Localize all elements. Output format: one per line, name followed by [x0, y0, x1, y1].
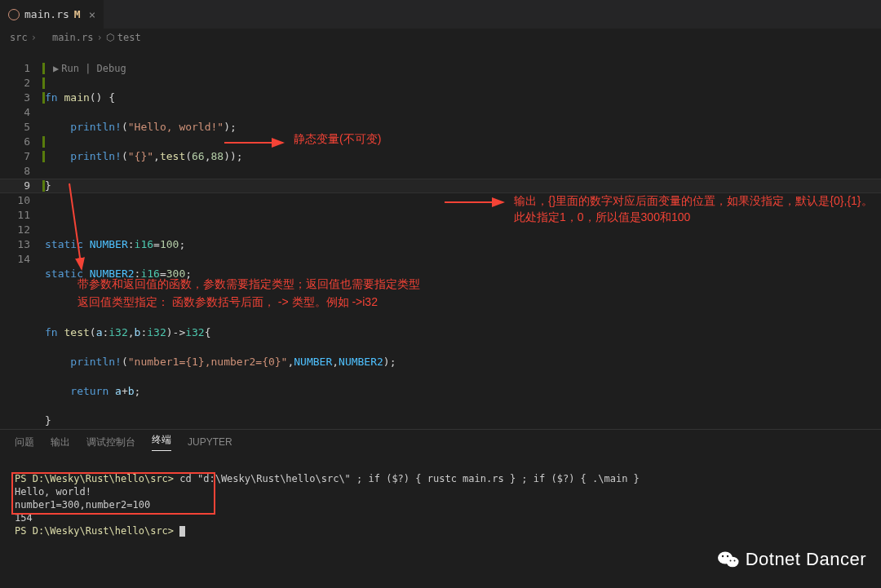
- line-number: 14: [0, 252, 30, 267]
- terminal-prompt: PS D:\Wesky\Rust\hello\src>: [15, 473, 174, 484]
- svg-point-5: [721, 555, 723, 557]
- svg-point-7: [729, 560, 731, 562]
- line-number: 3: [0, 91, 30, 105]
- rust-icon: [40, 33, 49, 42]
- terminal-output: 154: [15, 512, 33, 524]
- watermark-text: Dotnet Dancer: [746, 549, 866, 570]
- arrow-icon: [65, 183, 90, 276]
- line-number: 10: [0, 193, 30, 208]
- panel-tab-output[interactable]: 输出: [51, 435, 70, 449]
- arrow-icon: [445, 196, 510, 211]
- line-number: 6: [0, 135, 30, 149]
- svg-point-6: [726, 555, 728, 557]
- panel-tabs: 问题 输出 调试控制台 终端 JUPYTER: [0, 430, 881, 454]
- arrow-icon: [224, 136, 290, 152]
- panel-tab-jupyter[interactable]: JUPYTER: [188, 436, 232, 448]
- terminal-output: Hello, world!: [15, 486, 91, 497]
- codelens[interactable]: ▶Run | Debug: [45, 61, 396, 76]
- svg-point-8: [733, 560, 735, 562]
- terminal-prompt: PS D:\Wesky\Rust\hello\src>: [15, 525, 174, 537]
- crumb-file[interactable]: main.rs: [52, 32, 94, 43]
- close-icon[interactable]: ×: [89, 8, 95, 21]
- annotation-static: 静态变量(不可变): [294, 132, 381, 147]
- svg-line-2: [69, 183, 82, 269]
- rust-icon: [8, 9, 20, 20]
- chevron-right-icon: ›: [97, 32, 103, 43]
- annotation-output: 输出，{}里面的数字对应后面变量的位置，如果没指定，默认是{0},{1}。此处指…: [514, 192, 873, 225]
- line-number: 7: [0, 149, 30, 164]
- line-number: 8: [0, 164, 30, 179]
- line-number: 1: [0, 61, 30, 76]
- line-number: 12: [0, 223, 30, 237]
- wechat-icon: [718, 550, 739, 568]
- cursor: [179, 526, 185, 537]
- crumb-folder[interactable]: src: [10, 32, 28, 43]
- terminal-output: number1=300,number2=100: [15, 499, 150, 511]
- crumb-symbol[interactable]: test: [117, 32, 141, 43]
- tab-modified-indicator: M: [74, 8, 81, 20]
- panel-tab-debug[interactable]: 调试控制台: [86, 435, 135, 449]
- play-icon: ▶: [53, 63, 61, 74]
- annotation-func-line1: 带参数和返回值的函数，参数需要指定类型；返回值也需要指定类型: [77, 277, 420, 292]
- line-number: 13: [0, 237, 30, 252]
- panel-tab-problems[interactable]: 问题: [15, 435, 34, 449]
- symbol-icon: ⬡: [106, 32, 114, 43]
- line-number: 5: [0, 120, 30, 135]
- line-number: 2: [0, 76, 30, 91]
- tab-mainrs[interactable]: main.rs M ×: [0, 0, 104, 29]
- tab-filename: main.rs: [24, 8, 69, 20]
- chevron-right-icon: ›: [31, 32, 37, 43]
- annotation-func-line2: 返回值类型指定： 函数参数括号后面， -> 类型。例如 ->i32: [77, 295, 378, 310]
- terminal-cmd: cd "d:\Wesky\Rust\hello\src\" ; if ($?) …: [179, 473, 640, 484]
- breadcrumb: src › main.rs › ⬡ test: [0, 29, 881, 46]
- watermark: Dotnet Dancer: [718, 549, 866, 570]
- svg-point-4: [726, 557, 738, 568]
- line-number: 4: [0, 105, 30, 120]
- line-number: 11: [0, 208, 30, 223]
- panel-tab-terminal[interactable]: 终端: [152, 433, 171, 451]
- tab-bar: main.rs M ×: [0, 0, 881, 29]
